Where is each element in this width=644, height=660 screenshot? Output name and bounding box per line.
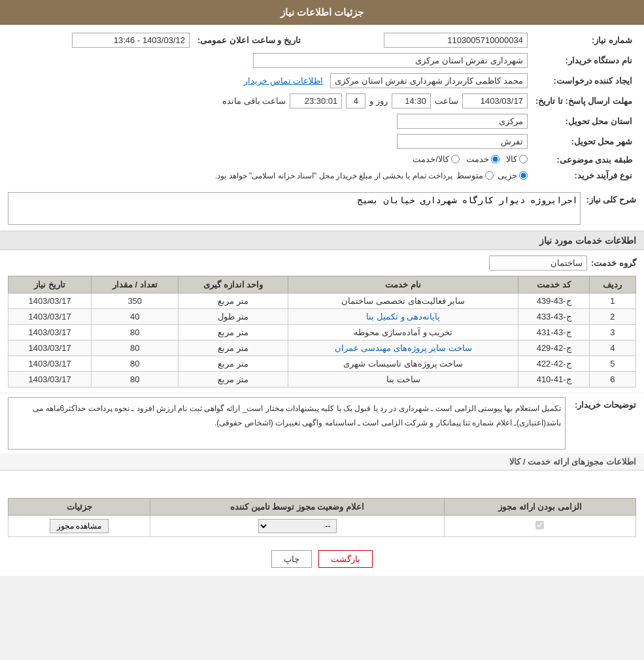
cell-unit: متر مربع	[178, 293, 288, 309]
need-description-label: شرح کلی نیاز:	[586, 192, 636, 205]
buyer-org-label: نام دستگاه خریدار:	[532, 50, 636, 71]
permits-required-checkbox	[535, 521, 544, 529]
radio-partial-label: جزیی	[498, 171, 517, 180]
table-row: 1 ج-43-439 سایر فعالیت‌های تخصصی ساختمان…	[8, 293, 636, 309]
col-name: نام خدمت	[288, 276, 518, 293]
cell-row: 2	[589, 309, 636, 325]
service-group-label: گروه خدمت:	[591, 258, 636, 268]
cell-code: ج-43-431	[518, 325, 589, 340]
page-title: جزئیات اطلاعات نیاز	[280, 7, 364, 18]
back-button[interactable]: بازگشت	[318, 550, 373, 568]
process-label: نوع فرآیند خرید:	[532, 168, 636, 183]
cell-name: تخریب و آماده‌سازی محوطه	[288, 325, 518, 340]
service-group-value: ساختمان	[489, 256, 587, 271]
permits-row: -- مشاهده مجوز	[8, 516, 636, 537]
print-button[interactable]: چاپ	[271, 550, 312, 568]
cell-name: ساخت سایر پروژه‌های مهندسی عمران	[288, 340, 518, 356]
creator-value: محمد کاظمی کاربرداز شهرداری تفرش استان م…	[330, 73, 528, 88]
remaining-label: ساعت باقی مانده	[222, 96, 286, 106]
col-qty: تعداد / مقدار	[92, 276, 178, 293]
buyer-notes-text: تکمیل استعلام بها پیوستی الزامی است ـ شه…	[8, 397, 566, 450]
radio-partial[interactable]	[519, 171, 528, 180]
services-table: ردیف کد خدمت نام خدمت واحد اندازه گیری ت…	[8, 276, 636, 388]
process-description: پرداخت تمام یا بخشی از مبلغ خریداز محل "…	[215, 171, 452, 180]
cell-name: ساخت بنا	[288, 372, 518, 388]
cell-name: پایانه‌دهی و تکمیل بنا	[288, 309, 518, 325]
permits-col-status: اعلام وضعیت مجوز توسط تامین کننده	[150, 499, 445, 516]
col-unit: واحد اندازه گیری	[178, 276, 288, 293]
cell-row: 5	[589, 356, 636, 372]
cell-date: 1403/03/17	[8, 340, 92, 356]
cell-unit: متر مربع	[178, 356, 288, 372]
cell-unit: متر مربع	[178, 340, 288, 356]
cell-code: ج-42-429	[518, 340, 589, 356]
col-code: کد خدمت	[518, 276, 589, 293]
announce-label: تاریخ و ساعت اعلان عمومی:	[194, 30, 307, 50]
table-row: 2 ج-43-433 پایانه‌دهی و تکمیل بنا متر طو…	[8, 309, 636, 325]
radio-service[interactable]	[491, 155, 500, 163]
cell-qty: 80	[92, 325, 178, 340]
cell-code: ج-43-433	[518, 309, 589, 325]
radio-goods-label: کالا	[506, 154, 517, 164]
radio-goods-service-label: کالا/خدمت	[413, 154, 449, 164]
cell-row: 4	[589, 340, 636, 356]
radio-goods-service[interactable]	[451, 155, 460, 163]
buyer-org-value: شهرداری تفرش استان مرکزی	[253, 53, 528, 68]
table-row: 6 ج-41-410 ساخت بنا متر مربع 80 1403/03/…	[8, 372, 636, 388]
table-row: 3 ج-43-431 تخریب و آماده‌سازی محوطه متر …	[8, 325, 636, 340]
view-permit-button[interactable]: مشاهده مجوز	[50, 519, 109, 533]
cell-unit: متر مربع	[178, 372, 288, 388]
cell-code: ج-42-422	[518, 356, 589, 372]
cell-date: 1403/03/17	[8, 309, 92, 325]
announce-value: 1403/03/12 - 13:46	[72, 33, 190, 48]
cell-name: سایر فعالیت‌های تخصصی ساختمان	[288, 293, 518, 309]
cell-unit: متر مربع	[178, 325, 288, 340]
cell-qty: 80	[92, 356, 178, 372]
city-label: شهر محل تحویل:	[532, 131, 636, 152]
days-label: روز و	[369, 96, 388, 106]
time-label: ساعت	[435, 96, 458, 106]
table-row: 5 ج-42-422 ساخت پروژه‌های تاسیسات شهری م…	[8, 356, 636, 372]
cell-code: ج-41-410	[518, 372, 589, 388]
cell-date: 1403/03/17	[8, 356, 92, 372]
bottom-buttons: بازگشت چاپ	[0, 542, 644, 576]
permits-col-details: جزئیات	[8, 499, 150, 516]
services-section-title: اطلاعات خدمات مورد نیاز	[0, 231, 644, 250]
deadline-label: مهلت ارسال پاسخ: تا تاریخ:	[532, 91, 636, 111]
cell-code: ج-43-439	[518, 293, 589, 309]
cell-name: ساخت پروژه‌های تاسیسات شهری	[288, 356, 518, 372]
cell-qty: 350	[92, 293, 178, 309]
cell-qty: 80	[92, 372, 178, 388]
permits-section-title: اطلاعات مجوزهای ارائه خدمت / کالا	[0, 454, 644, 470]
cell-qty: 40	[92, 309, 178, 325]
creator-label: ایجاد کننده درخواست:	[532, 71, 636, 91]
city-value: تفرش	[397, 134, 528, 149]
cell-date: 1403/03/17	[8, 293, 92, 309]
permits-table: الزامی بودن ارائه مجوز اعلام وضعیت مجوز …	[8, 498, 636, 537]
radio-goods[interactable]	[519, 155, 528, 163]
cell-unit: متر طول	[178, 309, 288, 325]
col-row: ردیف	[589, 276, 636, 293]
province-value: مرکزی	[397, 114, 528, 129]
cell-row: 6	[589, 372, 636, 388]
permits-col-required: الزامی بودن ارائه مجوز	[444, 499, 636, 516]
need-number-label: شماره نیاز:	[532, 30, 636, 50]
deadline-date: 1403/03/17	[462, 93, 528, 108]
buyer-notes-label: توضیحات خریدار:	[571, 397, 636, 410]
cell-date: 1403/03/17	[8, 325, 92, 340]
col-date: تاریخ نیاز	[8, 276, 92, 293]
cell-date: 1403/03/17	[8, 372, 92, 388]
province-label: استان محل تحویل:	[532, 111, 636, 131]
radio-medium-label: متوسط	[456, 171, 483, 180]
need-description-textarea[interactable]	[8, 192, 581, 225]
table-row: 4 ج-42-429 ساخت سایر پروژه‌های مهندسی عم…	[8, 340, 636, 356]
deadline-time2: 23:30:01	[290, 93, 342, 108]
permits-status-select[interactable]: --	[258, 519, 337, 533]
radio-medium[interactable]	[485, 171, 494, 180]
radio-service-label: خدمت	[466, 154, 489, 164]
category-label: طبقه بندی موضوعی:	[532, 152, 636, 168]
cell-row: 3	[589, 325, 636, 340]
creator-contact-link[interactable]: اطلاعات تماس خریدار	[244, 76, 323, 86]
cell-row: 1	[589, 293, 636, 309]
deadline-time: 14:30	[392, 93, 431, 108]
